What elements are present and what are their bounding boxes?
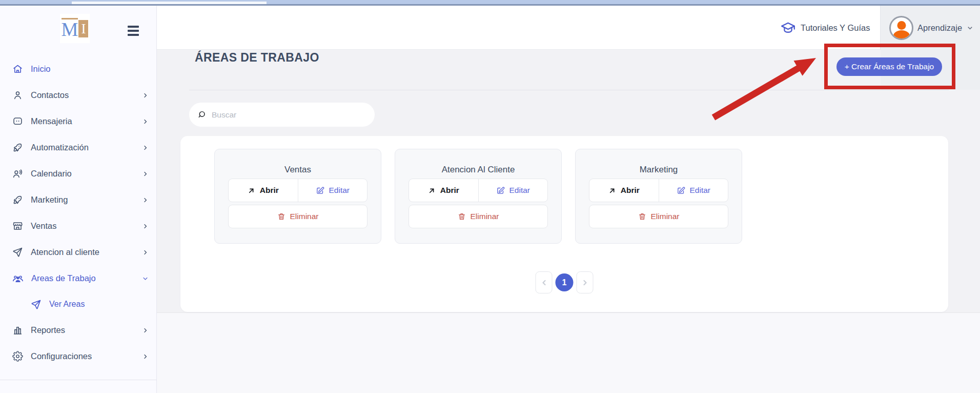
sidebar-item-configuraciones[interactable]: Configuraciones — [0, 343, 157, 369]
workspace-actions: Abrir Editar — [409, 179, 548, 202]
chevron-right-icon — [141, 352, 149, 360]
edit-button[interactable]: Editar — [659, 179, 728, 202]
gear-icon — [12, 351, 23, 362]
chevron-right-icon — [141, 117, 149, 125]
hamburger-menu-icon[interactable] — [128, 25, 140, 37]
workspace-name: Ventas — [215, 149, 381, 175]
page-title: ÁREAS DE TRABAJO — [195, 51, 319, 65]
graduation-cap-icon — [780, 20, 796, 36]
rocket-icon — [12, 194, 23, 205]
sidebar-item-automatizacion[interactable]: Automatización — [0, 134, 157, 161]
sidebar-item-ventas[interactable]: Ventas — [0, 213, 157, 239]
rocket-icon — [12, 142, 23, 153]
sidebar-item-calendario[interactable]: Calendario — [0, 161, 157, 187]
search-box[interactable] — [189, 103, 375, 127]
open-button[interactable]: Abrir — [589, 179, 659, 202]
open-button[interactable]: Abrir — [409, 179, 478, 202]
open-button[interactable]: Abrir — [229, 179, 298, 202]
pagination-prev-button[interactable] — [536, 271, 553, 293]
trash-icon — [277, 212, 285, 221]
pagination-page-1[interactable]: 1 — [556, 273, 574, 291]
sidebar-item-marketing[interactable]: Marketing — [0, 187, 157, 213]
logo-letter-m: M — [62, 18, 78, 39]
arrow-up-right-icon — [608, 187, 616, 194]
chat-icon — [12, 116, 23, 127]
workspace-actions: Abrir Editar — [589, 179, 728, 202]
edit-icon — [496, 186, 505, 195]
trash-icon — [458, 212, 466, 221]
workspace-name: Atencion Al Cliente — [395, 149, 561, 175]
edit-button[interactable]: Editar — [478, 179, 548, 202]
delete-button[interactable]: Eliminar — [589, 205, 728, 228]
send-icon — [12, 247, 23, 258]
workspace-actions: Abrir Editar — [228, 179, 368, 202]
user-voice-icon — [12, 168, 23, 179]
chevron-right-icon — [141, 196, 149, 204]
bar-chart-icon — [12, 325, 23, 336]
avatar[interactable] — [889, 16, 913, 40]
sidebar-item-areas-de-trabajo[interactable]: Areas de Trabajo — [0, 265, 157, 291]
chevron-right-icon — [581, 279, 589, 287]
sidebar-item-contactos[interactable]: Contactos — [0, 82, 157, 108]
workspace-card-atencion-al-cliente: Atencion Al Cliente Abrir Editar Elimina… — [395, 149, 562, 244]
delete-button[interactable]: Eliminar — [228, 205, 368, 228]
tutorials-label: Tutoriales Y Guías — [801, 23, 870, 33]
home-icon — [12, 64, 23, 74]
arrow-up-right-icon — [428, 187, 436, 194]
workspaces-panel: Ventas Abrir Editar Eliminar Atencion Al… — [180, 136, 948, 312]
chevron-left-icon — [540, 279, 548, 287]
send-icon — [31, 299, 42, 310]
sidebar-item-atencion-al-cliente[interactable]: Atencion al cliente — [0, 239, 157, 265]
delete-button[interactable]: Eliminar — [409, 205, 548, 228]
chevron-right-icon — [141, 222, 149, 230]
edit-icon — [677, 186, 685, 195]
chevron-right-icon — [141, 248, 149, 256]
sidebar-item-mensajeria[interactable]: Mensajeria — [0, 108, 157, 134]
sidebar: MI Inicio Contactos Mensajeria Automatiz… — [0, 6, 157, 393]
edit-button[interactable]: Editar — [298, 179, 368, 202]
sidebar-item-inicio[interactable]: Inicio — [0, 56, 157, 82]
avatar-person-icon — [897, 21, 906, 30]
edit-icon — [316, 186, 324, 195]
chevron-right-icon — [141, 91, 149, 99]
pagination-next-button[interactable] — [577, 271, 594, 293]
chevron-right-icon — [141, 326, 149, 334]
user-icon — [12, 90, 23, 101]
annotation-arrow — [692, 49, 846, 131]
topbar: Tutoriales Y Guías — [157, 6, 881, 50]
store-icon — [12, 221, 23, 231]
logo-letter-i: I — [78, 20, 88, 37]
workspace-card-ventas: Ventas Abrir Editar Eliminar — [214, 149, 381, 244]
team-icon — [12, 273, 24, 284]
search-input[interactable] — [212, 110, 360, 120]
chevron-down-icon — [966, 24, 974, 32]
trash-icon — [638, 212, 646, 221]
chevron-right-icon — [141, 170, 149, 178]
sidebar-item-reportes[interactable]: Reportes — [0, 317, 157, 343]
workspace-card-marketing: Marketing Abrir Editar Eliminar — [575, 149, 742, 244]
pagination: 1 — [536, 271, 594, 293]
chevron-down-icon — [141, 274, 149, 282]
user-menu-label: Aprendizaje — [917, 23, 962, 33]
arrow-up-right-icon — [248, 187, 255, 194]
sidebar-item-ver-areas[interactable]: Ver Areas — [0, 291, 157, 317]
app-logo[interactable]: MI — [60, 14, 90, 43]
sidebar-divider — [0, 380, 157, 380]
below-fold-background — [157, 312, 980, 393]
search-icon — [198, 110, 207, 119]
workspace-name: Marketing — [576, 149, 742, 175]
chevron-right-icon — [141, 144, 149, 151]
